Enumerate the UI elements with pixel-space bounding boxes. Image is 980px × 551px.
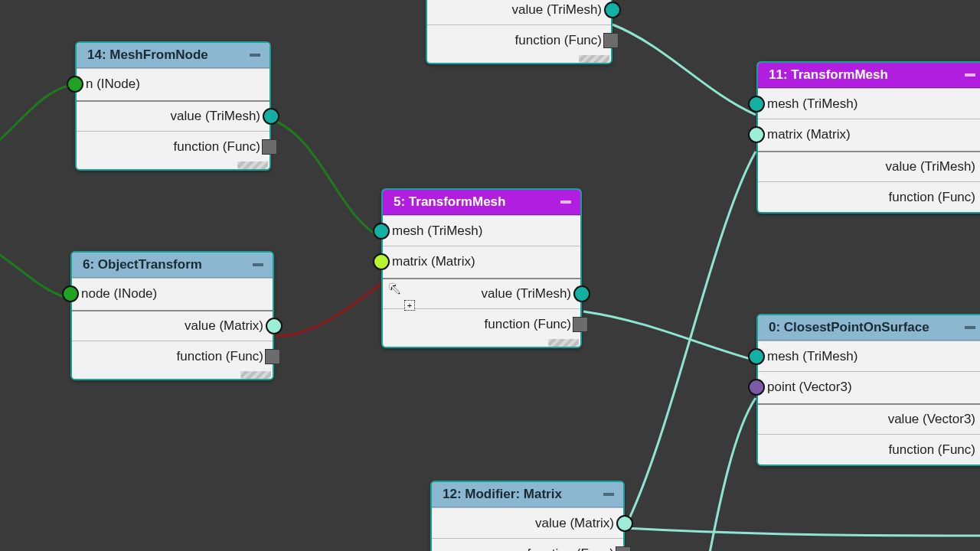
output-row[interactable]: function (Func): [758, 434, 980, 465]
port-label: value (TriMesh): [171, 109, 260, 124]
output-row[interactable]: value (Matrix): [432, 507, 623, 538]
node-title: 11: TransformMesh: [769, 67, 888, 83]
node-header[interactable]: 14: MeshFromNode: [77, 43, 270, 68]
node-14-meshfromnode[interactable]: 14: MeshFromNode n (INode) value (TriMes…: [75, 41, 271, 171]
port-in[interactable]: [748, 348, 765, 365]
resize-grip-icon[interactable]: [548, 339, 579, 347]
input-row[interactable]: mesh (TriMesh): [758, 341, 980, 371]
node-title: 5: TransformMesh: [394, 194, 505, 210]
resize-grip-icon[interactable]: [237, 161, 268, 169]
port-label: value (Vector3): [888, 412, 975, 427]
node-12-modifier-matrix[interactable]: 12: Modifier: Matrix value (Matrix) func…: [430, 481, 625, 551]
node-6-objecttransform[interactable]: 6: ObjectTransform node (INode) value (M…: [70, 251, 274, 380]
collapse-icon[interactable]: [253, 263, 263, 266]
node-title: 6: ObjectTransform: [83, 257, 202, 272]
port-label: mesh (TriMesh): [767, 96, 858, 112]
collapse-icon[interactable]: [560, 201, 571, 204]
node-header[interactable]: 0: ClosestPointOnSurface: [758, 315, 980, 341]
output-row[interactable]: function (Func): [383, 308, 580, 339]
func-square-icon[interactable]: [262, 139, 277, 155]
node-5-transformmesh[interactable]: 5: TransformMesh mesh (TriMesh) matrix (…: [381, 188, 582, 348]
port-out[interactable]: [604, 2, 621, 18]
port-label: function (Func): [889, 442, 975, 458]
port-out[interactable]: [573, 285, 590, 302]
output-row[interactable]: function (Func): [758, 181, 980, 212]
port-label: function (Func): [485, 317, 571, 332]
output-row[interactable]: value (TriMesh): [758, 151, 980, 181]
port-label: value (Matrix): [185, 318, 263, 334]
port-in[interactable]: [67, 76, 83, 93]
output-row[interactable]: value (Matrix): [72, 310, 273, 341]
input-row[interactable]: matrix (Matrix): [383, 246, 580, 276]
output-row[interactable]: function (Func): [427, 24, 611, 55]
port-label: function (Func): [889, 190, 975, 205]
input-row[interactable]: mesh (TriMesh): [383, 215, 580, 246]
node-top-partial[interactable]: value (TriMesh) function (Func): [426, 0, 612, 64]
port-label: matrix (Matrix): [392, 254, 475, 269]
port-label: function (Func): [528, 546, 614, 552]
func-square-icon[interactable]: [265, 349, 280, 364]
node-title: 12: Modifier: Matrix: [443, 487, 562, 502]
output-row[interactable]: value (Vector3): [758, 403, 980, 434]
input-row[interactable]: n (INode): [77, 68, 270, 99]
port-in[interactable]: [373, 253, 390, 270]
port-in[interactable]: [748, 126, 765, 143]
input-row[interactable]: matrix (Matrix): [758, 119, 980, 149]
node-11-transformmesh[interactable]: 11: TransformMesh mesh (TriMesh) matrix …: [756, 61, 980, 214]
port-out[interactable]: [263, 108, 279, 125]
node-title: 0: ClosestPointOnSurface: [769, 320, 929, 335]
port-label: value (TriMesh): [886, 159, 975, 174]
port-label: matrix (Matrix): [767, 127, 851, 142]
output-row[interactable]: function (Func): [72, 341, 273, 371]
output-row[interactable]: function (Func): [77, 131, 270, 161]
input-row[interactable]: point (Vector3): [758, 371, 980, 402]
port-out[interactable]: [266, 318, 283, 334]
input-row[interactable]: node (INode): [72, 278, 273, 308]
port-label: value (Matrix): [535, 516, 614, 531]
input-row[interactable]: mesh (TriMesh): [758, 88, 980, 119]
func-square-icon[interactable]: [616, 546, 631, 552]
output-row[interactable]: value (TriMesh): [427, 0, 611, 24]
port-label: function (Func): [174, 139, 260, 155]
output-row[interactable]: value (TriMesh): [77, 100, 270, 131]
port-label: node (INode): [81, 286, 157, 302]
node-title: 14: MeshFromNode: [87, 47, 208, 63]
port-in[interactable]: [62, 285, 79, 302]
func-square-icon[interactable]: [603, 33, 619, 48]
port-in[interactable]: [748, 379, 765, 396]
node-header[interactable]: 11: TransformMesh: [758, 63, 980, 88]
resize-grip-icon[interactable]: [579, 55, 609, 63]
func-square-icon[interactable]: [573, 317, 588, 332]
port-label: value (TriMesh): [482, 286, 571, 302]
port-in[interactable]: [373, 223, 390, 240]
node-graph-canvas[interactable]: 14: MeshFromNode n (INode) value (TriMes…: [0, 0, 980, 551]
node-header[interactable]: 5: TransformMesh: [383, 190, 580, 215]
output-row[interactable]: function (Func): [432, 538, 623, 551]
port-label: mesh (TriMesh): [767, 349, 858, 364]
collapse-icon[interactable]: [965, 73, 975, 77]
port-label: mesh (TriMesh): [392, 223, 482, 239]
node-0-closestpointonsurface[interactable]: 0: ClosestPointOnSurface mesh (TriMesh) …: [756, 314, 980, 466]
cursor-plus-badge-icon: +: [404, 300, 415, 311]
port-label: n (INode): [86, 77, 140, 92]
port-label: function (Func): [177, 349, 263, 364]
port-label: value (TriMesh): [512, 2, 602, 18]
port-label: function (Func): [515, 33, 602, 48]
port-in[interactable]: [748, 96, 765, 112]
node-header[interactable]: 12: Modifier: Matrix: [432, 482, 623, 507]
port-out[interactable]: [616, 515, 633, 532]
node-header[interactable]: 6: ObjectTransform: [72, 253, 273, 278]
collapse-icon[interactable]: [250, 54, 260, 57]
collapse-icon[interactable]: [965, 326, 975, 329]
port-label: point (Vector3): [767, 380, 852, 395]
collapse-icon[interactable]: [603, 493, 614, 496]
resize-grip-icon[interactable]: [240, 371, 271, 379]
